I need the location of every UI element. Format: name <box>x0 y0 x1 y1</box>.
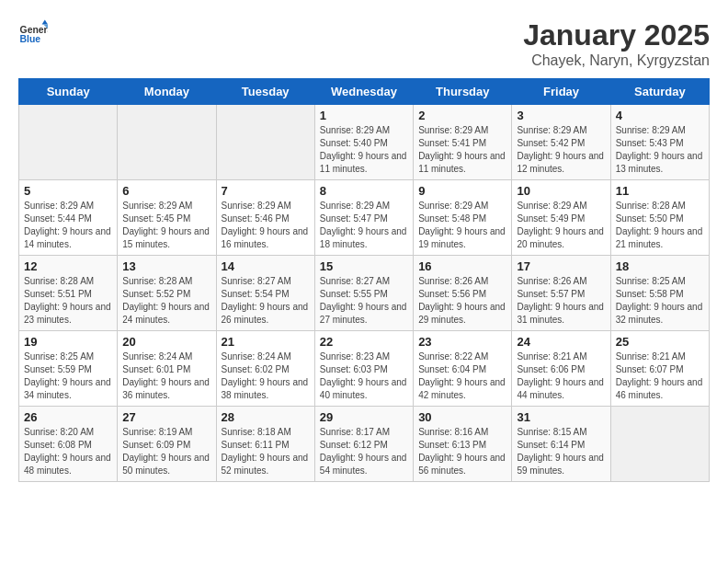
calendar-day-28: 28Sunrise: 8:18 AMSunset: 6:11 PMDayligh… <box>216 407 314 482</box>
calendar-day-26: 26Sunrise: 8:20 AMSunset: 6:08 PMDayligh… <box>19 407 118 482</box>
weekday-header-monday: Monday <box>118 79 216 105</box>
day-info: Sunrise: 8:26 AMSunset: 5:57 PMDaylight:… <box>517 275 605 327</box>
day-info: Sunrise: 8:29 AMSunset: 5:45 PMDaylight:… <box>122 200 210 251</box>
day-number: 31 <box>517 410 605 424</box>
weekday-header-thursday: Thursday <box>414 79 512 105</box>
empty-cell <box>19 105 118 180</box>
day-info: Sunrise: 8:22 AMSunset: 6:04 PMDaylight:… <box>418 350 506 402</box>
calendar-day-27: 27Sunrise: 8:19 AMSunset: 6:09 PMDayligh… <box>118 407 216 482</box>
day-info: Sunrise: 8:29 AMSunset: 5:48 PMDaylight:… <box>418 200 506 251</box>
empty-cell <box>216 105 314 180</box>
calendar-day-3: 3Sunrise: 8:29 AMSunset: 5:42 PMDaylight… <box>512 105 610 180</box>
day-number: 27 <box>122 410 210 424</box>
day-number: 16 <box>418 259 506 273</box>
svg-marker-2 <box>42 20 48 25</box>
calendar-day-24: 24Sunrise: 8:21 AMSunset: 6:06 PMDayligh… <box>512 331 610 407</box>
day-number: 17 <box>517 259 605 273</box>
day-number: 9 <box>418 184 506 198</box>
day-info: Sunrise: 8:20 AMSunset: 6:08 PMDaylight:… <box>24 426 112 477</box>
day-number: 4 <box>616 109 704 122</box>
day-number: 12 <box>24 259 112 273</box>
day-number: 26 <box>24 410 112 424</box>
day-number: 2 <box>418 109 506 122</box>
day-number: 8 <box>320 184 408 198</box>
calendar-day-10: 10Sunrise: 8:29 AMSunset: 5:49 PMDayligh… <box>512 180 610 256</box>
day-info: Sunrise: 8:29 AMSunset: 5:49 PMDaylight:… <box>517 200 605 251</box>
day-info: Sunrise: 8:26 AMSunset: 5:56 PMDaylight:… <box>418 275 506 327</box>
calendar-week-2: 5Sunrise: 8:29 AMSunset: 5:44 PMDaylight… <box>19 180 710 256</box>
empty-cell <box>118 105 216 180</box>
calendar-day-12: 12Sunrise: 8:28 AMSunset: 5:51 PMDayligh… <box>19 256 118 331</box>
empty-cell <box>610 407 709 482</box>
day-number: 11 <box>616 184 704 198</box>
calendar-day-29: 29Sunrise: 8:17 AMSunset: 6:12 PMDayligh… <box>314 407 413 482</box>
day-info: Sunrise: 8:29 AMSunset: 5:42 PMDaylight:… <box>517 124 605 176</box>
day-info: Sunrise: 8:16 AMSunset: 6:13 PMDaylight:… <box>418 426 506 477</box>
day-info: Sunrise: 8:29 AMSunset: 5:47 PMDaylight:… <box>320 200 408 251</box>
calendar-day-1: 1Sunrise: 8:29 AMSunset: 5:40 PMDaylight… <box>314 105 413 180</box>
day-number: 6 <box>122 184 210 198</box>
calendar-week-5: 26Sunrise: 8:20 AMSunset: 6:08 PMDayligh… <box>19 407 710 482</box>
calendar-day-11: 11Sunrise: 8:28 AMSunset: 5:50 PMDayligh… <box>610 180 709 256</box>
calendar-day-30: 30Sunrise: 8:16 AMSunset: 6:13 PMDayligh… <box>414 407 512 482</box>
calendar-day-13: 13Sunrise: 8:28 AMSunset: 5:52 PMDayligh… <box>118 256 216 331</box>
calendar-week-3: 12Sunrise: 8:28 AMSunset: 5:51 PMDayligh… <box>19 256 710 331</box>
calendar-day-14: 14Sunrise: 8:27 AMSunset: 5:54 PMDayligh… <box>216 256 314 331</box>
day-info: Sunrise: 8:25 AMSunset: 5:59 PMDaylight:… <box>24 350 112 402</box>
day-number: 7 <box>222 184 310 198</box>
svg-text:General: General <box>20 25 48 35</box>
weekday-header-row: SundayMondayTuesdayWednesdayThursdayFrid… <box>19 79 710 105</box>
calendar-title: January 2025 <box>523 18 710 52</box>
calendar-day-23: 23Sunrise: 8:22 AMSunset: 6:04 PMDayligh… <box>414 331 512 407</box>
calendar-day-25: 25Sunrise: 8:21 AMSunset: 6:07 PMDayligh… <box>610 331 709 407</box>
day-number: 3 <box>517 109 605 122</box>
day-info: Sunrise: 8:29 AMSunset: 5:43 PMDaylight:… <box>616 124 704 176</box>
calendar-subtitle: Chayek, Naryn, Kyrgyzstan <box>523 52 710 69</box>
day-info: Sunrise: 8:24 AMSunset: 6:02 PMDaylight:… <box>222 350 310 402</box>
weekday-header-sunday: Sunday <box>19 79 118 105</box>
calendar-day-20: 20Sunrise: 8:24 AMSunset: 6:01 PMDayligh… <box>118 331 216 407</box>
calendar-day-7: 7Sunrise: 8:29 AMSunset: 5:46 PMDaylight… <box>216 180 314 256</box>
calendar-day-8: 8Sunrise: 8:29 AMSunset: 5:47 PMDaylight… <box>314 180 413 256</box>
day-info: Sunrise: 8:25 AMSunset: 5:58 PMDaylight:… <box>616 275 704 327</box>
day-info: Sunrise: 8:23 AMSunset: 6:03 PMDaylight:… <box>320 350 408 402</box>
calendar-day-18: 18Sunrise: 8:25 AMSunset: 5:58 PMDayligh… <box>610 256 709 331</box>
day-number: 5 <box>24 184 112 198</box>
day-number: 24 <box>517 335 605 349</box>
day-info: Sunrise: 8:28 AMSunset: 5:52 PMDaylight:… <box>122 275 210 327</box>
day-info: Sunrise: 8:29 AMSunset: 5:40 PMDaylight:… <box>320 124 408 176</box>
day-info: Sunrise: 8:21 AMSunset: 6:06 PMDaylight:… <box>517 350 605 402</box>
day-info: Sunrise: 8:29 AMSunset: 5:46 PMDaylight:… <box>222 200 310 251</box>
day-info: Sunrise: 8:28 AMSunset: 5:50 PMDaylight:… <box>616 200 704 251</box>
day-info: Sunrise: 8:29 AMSunset: 5:44 PMDaylight:… <box>24 200 112 251</box>
calendar-day-16: 16Sunrise: 8:26 AMSunset: 5:56 PMDayligh… <box>414 256 512 331</box>
calendar-day-5: 5Sunrise: 8:29 AMSunset: 5:44 PMDaylight… <box>19 180 118 256</box>
calendar-day-17: 17Sunrise: 8:26 AMSunset: 5:57 PMDayligh… <box>512 256 610 331</box>
calendar-day-15: 15Sunrise: 8:27 AMSunset: 5:55 PMDayligh… <box>314 256 413 331</box>
day-info: Sunrise: 8:28 AMSunset: 5:51 PMDaylight:… <box>24 275 112 327</box>
day-number: 21 <box>222 335 310 349</box>
day-info: Sunrise: 8:27 AMSunset: 5:54 PMDaylight:… <box>222 275 310 327</box>
title-area: January 2025 Chayek, Naryn, Kyrgyzstan <box>523 18 710 69</box>
calendar-week-1: 1Sunrise: 8:29 AMSunset: 5:40 PMDaylight… <box>19 105 710 180</box>
day-number: 15 <box>320 259 408 273</box>
day-number: 22 <box>320 335 408 349</box>
day-info: Sunrise: 8:21 AMSunset: 6:07 PMDaylight:… <box>616 350 704 402</box>
calendar-day-19: 19Sunrise: 8:25 AMSunset: 5:59 PMDayligh… <box>19 331 118 407</box>
calendar-day-31: 31Sunrise: 8:15 AMSunset: 6:14 PMDayligh… <box>512 407 610 482</box>
day-info: Sunrise: 8:24 AMSunset: 6:01 PMDaylight:… <box>122 350 210 402</box>
calendar-day-21: 21Sunrise: 8:24 AMSunset: 6:02 PMDayligh… <box>216 331 314 407</box>
calendar-day-4: 4Sunrise: 8:29 AMSunset: 5:43 PMDaylight… <box>610 105 709 180</box>
calendar-day-2: 2Sunrise: 8:29 AMSunset: 5:41 PMDaylight… <box>414 105 512 180</box>
page-header: General Blue January 2025 Chayek, Naryn,… <box>18 18 710 69</box>
day-number: 14 <box>222 259 310 273</box>
day-number: 29 <box>320 410 408 424</box>
day-number: 20 <box>122 335 210 349</box>
day-info: Sunrise: 8:27 AMSunset: 5:55 PMDaylight:… <box>320 275 408 327</box>
weekday-header-wednesday: Wednesday <box>314 79 413 105</box>
day-info: Sunrise: 8:19 AMSunset: 6:09 PMDaylight:… <box>122 426 210 477</box>
day-number: 10 <box>517 184 605 198</box>
day-number: 19 <box>24 335 112 349</box>
day-info: Sunrise: 8:29 AMSunset: 5:41 PMDaylight:… <box>418 124 506 176</box>
svg-text:Blue: Blue <box>20 34 41 44</box>
